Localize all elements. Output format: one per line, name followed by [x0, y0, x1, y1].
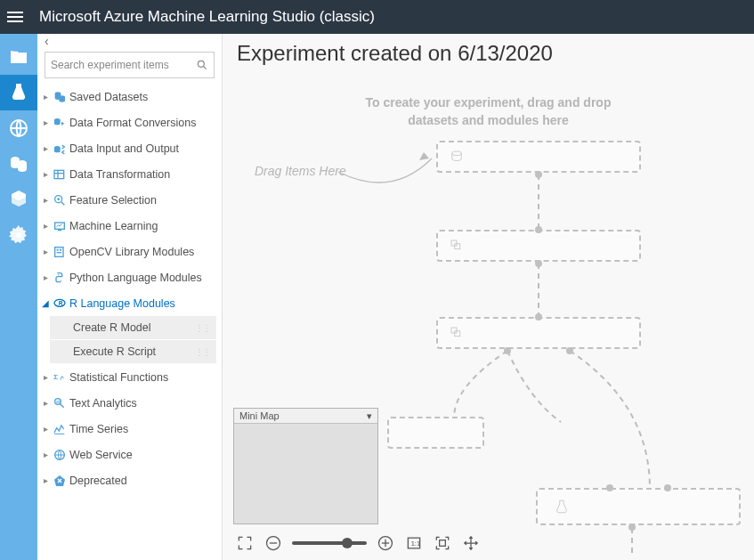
svg-text:R: R	[59, 300, 63, 306]
zoom-slider[interactable]	[292, 541, 367, 545]
module-create-r-model[interactable]: Create R Model⋮⋮	[50, 316, 216, 340]
connector-dot	[606, 484, 613, 491]
connector-dot	[664, 484, 671, 491]
svg-line-16	[61, 202, 64, 205]
placeholder-dataset-node[interactable]	[436, 141, 641, 173]
svg-rect-39	[451, 328, 457, 333]
svg-rect-37	[451, 240, 457, 246]
tree-label: Deprecated	[69, 475, 127, 487]
placeholder-module-node[interactable]	[436, 230, 641, 262]
nav-models[interactable]	[0, 182, 37, 217]
connector-dot	[535, 226, 542, 233]
format-icon	[50, 116, 69, 130]
svg-text:1:1: 1:1	[411, 540, 420, 548]
connector-dot	[628, 523, 636, 531]
zoom-thumb[interactable]	[342, 538, 353, 548]
app-title: Microsoft Azure Machine Learning Studio …	[39, 8, 375, 26]
module-execute-r-script[interactable]: Execute R Script⋮⋮	[50, 340, 216, 364]
tree-machine-learning[interactable]: ▸Machine Learning	[37, 213, 222, 239]
minimap: Mini Map▾	[233, 408, 378, 524]
fit-button[interactable]	[433, 533, 452, 553]
tree-label: Machine Learning	[69, 220, 158, 232]
tree-label: Data Format Conversions	[69, 117, 196, 129]
svg-text:Σ: Σ	[53, 373, 58, 381]
minimap-body[interactable]	[234, 424, 377, 523]
placeholder-module-node[interactable]	[436, 317, 641, 349]
nav-projects[interactable]	[0, 39, 37, 75]
stats-icon: Σ	[50, 370, 69, 385]
experiment-title: Experiment created on 6/13/2020	[223, 34, 754, 66]
nav-datasets[interactable]	[0, 146, 37, 182]
tree-opencv[interactable]: ▸OpenCV Library Modules	[37, 239, 222, 264]
datasets-icon	[50, 90, 69, 104]
tree-r-language[interactable]: ◢RR Language Modules	[37, 290, 222, 316]
nav-web-services[interactable]	[0, 110, 37, 146]
svg-rect-11	[54, 170, 64, 178]
placeholder-module-node[interactable]	[387, 417, 484, 449]
tree-label: Saved Datasets	[69, 91, 148, 103]
ml-icon	[50, 219, 69, 233]
actual-size-button[interactable]: 1:1	[404, 533, 424, 553]
feature-icon	[50, 193, 69, 207]
pan-button[interactable]	[461, 533, 481, 553]
sidebar-collapse[interactable]: ‹	[37, 34, 222, 48]
svg-point-36	[452, 151, 462, 156]
globe-icon	[50, 448, 69, 462]
svg-rect-0	[11, 53, 27, 63]
timeseries-icon	[50, 422, 69, 436]
svg-rect-48	[440, 540, 446, 547]
connector-dot	[504, 347, 511, 354]
drag-grip-icon: ⋮⋮	[195, 347, 209, 357]
svg-rect-20	[57, 248, 59, 250]
io-icon	[50, 142, 69, 156]
zoom-in-button[interactable]	[376, 533, 395, 553]
tree-label: Time Series	[69, 423, 128, 435]
svg-point-15	[57, 198, 60, 200]
module-tree: ▸Saved Datasets ▸Data Format Conversions…	[37, 84, 222, 560]
zoom-out-button[interactable]	[263, 533, 283, 553]
tree-text-analytics[interactable]: ▸abText Analytics	[37, 390, 222, 416]
chevron-down-icon: ▾	[367, 410, 372, 422]
main-area: ‹ ▸Saved Datasets ▸Data Format Conversio…	[0, 34, 754, 560]
tree-time-series[interactable]: ▸Time Series	[37, 416, 222, 442]
tree-web-service[interactable]: ▸Web Service	[37, 442, 222, 467]
drag-hint-label: Drag Items Here	[255, 164, 346, 178]
svg-point-23	[58, 274, 59, 275]
tree-label: Data Input and Output	[69, 142, 179, 155]
tree-feature-selection[interactable]: ▸Feature Selection	[37, 187, 222, 213]
svg-rect-21	[60, 248, 61, 250]
search-input[interactable]	[51, 59, 196, 71]
canvas-toolbar: 1:1	[235, 533, 481, 553]
placeholder-experiment-node[interactable]	[536, 488, 741, 525]
deprecated-icon	[50, 474, 69, 488]
svg-line-30	[61, 403, 64, 407]
experiment-canvas[interactable]: Experiment created on 6/13/2020 To creat…	[223, 34, 754, 560]
search-box	[45, 52, 215, 78]
connector-dot	[535, 313, 542, 321]
connector-dot	[535, 260, 542, 267]
tree-data-format[interactable]: ▸Data Format Conversions	[37, 110, 222, 135]
fullscreen-button[interactable]	[235, 533, 255, 553]
tree-label: Python Language Modules	[69, 272, 202, 284]
tree-data-transform[interactable]: ▸Data Transformation	[37, 161, 222, 187]
minimap-header[interactable]: Mini Map▾	[234, 409, 377, 424]
svg-rect-22	[57, 252, 61, 253]
python-icon	[50, 271, 69, 285]
tree-saved-datasets[interactable]: ▸Saved Datasets	[37, 84, 222, 110]
nav-settings[interactable]	[0, 217, 37, 253]
tree-label: Text Analytics	[69, 397, 137, 410]
nav-experiments[interactable]	[0, 75, 37, 110]
svg-rect-38	[455, 244, 460, 249]
text-icon: ab	[50, 396, 69, 410]
menu-icon[interactable]	[7, 5, 30, 28]
module-sidebar: ‹ ▸Saved Datasets ▸Data Format Conversio…	[37, 34, 223, 560]
tree-python[interactable]: ▸Python Language Modules	[37, 264, 222, 290]
svg-point-5	[198, 61, 204, 67]
opencv-icon	[50, 245, 69, 259]
tree-label: R Language Modules	[69, 297, 175, 310]
tree-deprecated[interactable]: ▸Deprecated	[37, 467, 222, 493]
tree-statistical[interactable]: ▸ΣStatistical Functions	[37, 364, 222, 390]
connector-dot	[535, 171, 542, 178]
svg-point-24	[61, 280, 61, 280]
tree-data-io[interactable]: ▸Data Input and Output	[37, 135, 222, 161]
